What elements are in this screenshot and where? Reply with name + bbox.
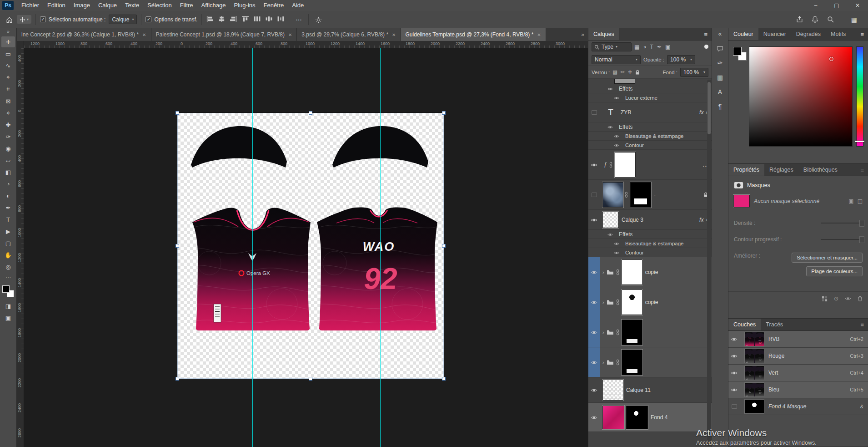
visibility-toggle[interactable]	[588, 102, 600, 122]
layer-row-6[interactable]: Contour	[588, 141, 712, 150]
blur-tool[interactable]: ◔	[1, 178, 15, 189]
layer-thumbnail[interactable]	[603, 212, 618, 228]
filter-toggle[interactable]	[704, 45, 708, 49]
tab-dégradés[interactable]: Dégradés	[791, 28, 826, 40]
layer-row-13[interactable]: ›copie	[588, 257, 712, 287]
visibility-toggle[interactable]	[588, 347, 600, 377]
filter-shape-layers-icon[interactable]: ✒	[657, 44, 662, 50]
panel-menu-icon[interactable]: ≡	[856, 319, 868, 330]
vertical-ruler[interactable]: 4002000200400600800100012001400160018002…	[17, 48, 24, 447]
channel-row-fond-4-masque[interactable]: Fond 4 Masque&	[728, 398, 868, 415]
eye-hidden-box[interactable]	[592, 193, 597, 197]
type-tool[interactable]: T	[1, 214, 15, 225]
close-tab-icon[interactable]: ✕	[288, 32, 292, 37]
layer-row-1[interactable]: Effets	[588, 84, 712, 93]
foreground-color-swatch[interactable]	[2, 285, 10, 293]
transform-handle[interactable]	[309, 377, 312, 381]
layer-thumbnail[interactable]	[622, 320, 642, 345]
layer-thumbnail[interactable]	[603, 406, 624, 429]
eye-icon[interactable]	[614, 142, 619, 148]
scrollbar-thumb[interactable]	[707, 82, 711, 134]
more-align-options-button[interactable]: ⋯	[293, 16, 304, 23]
eye-icon[interactable]	[591, 162, 597, 168]
visibility-toggle[interactable]	[588, 180, 600, 209]
menu-aide[interactable]: Aide	[288, 0, 308, 11]
menu-fentre[interactable]: Fenêtre	[260, 0, 288, 11]
layer-thumbnail[interactable]	[622, 350, 642, 375]
home-icon[interactable]	[4, 15, 15, 23]
visibility-toggle[interactable]	[728, 348, 740, 364]
layer-row-8[interactable]: -	[588, 180, 712, 210]
foreground-color-swatch[interactable]	[733, 47, 742, 56]
menu-slection[interactable]: Sélection	[143, 0, 176, 11]
visibility-toggle[interactable]	[588, 248, 600, 257]
canvas-area[interactable]: 1200100080060040020002004006008001000120…	[17, 41, 588, 447]
close-button[interactable]: ✕	[847, 0, 868, 11]
layer-row-2[interactable]: Lueur externe	[588, 93, 712, 102]
channel-thumbnail[interactable]	[745, 332, 764, 346]
move-tool[interactable]: ✛	[1, 36, 15, 47]
channel-thumbnail[interactable]	[745, 400, 764, 413]
channel-thumbnail[interactable]	[745, 349, 764, 363]
visibility-toggle[interactable]	[588, 403, 600, 432]
visibility-toggle[interactable]	[588, 141, 600, 149]
gear-icon[interactable]	[313, 15, 324, 23]
close-tab-icon[interactable]: ✕	[142, 32, 146, 37]
layer-row-12[interactable]: Contour	[588, 248, 712, 257]
visibility-toggle[interactable]	[588, 239, 600, 248]
layer-thumbnail[interactable]	[622, 260, 642, 284]
eye-icon[interactable]	[614, 133, 619, 139]
visibility-toggle[interactable]	[588, 84, 600, 93]
layer-row-5[interactable]: Biseautage & estampage	[588, 132, 712, 141]
horizontal-ruler[interactable]: 1200100080060040020002004006008001000120…	[24, 41, 588, 48]
color-range-button[interactable]: Plage de couleurs...	[806, 266, 863, 276]
visibility-toggle[interactable]	[588, 150, 600, 179]
filter-pixel-layers-icon[interactable]: ▦	[634, 44, 639, 50]
menu-filtre[interactable]: Filtre	[176, 0, 197, 11]
add-pixel-mask-icon[interactable]: ▣	[848, 198, 853, 204]
layer-row-7[interactable]: ƒ…	[588, 150, 712, 180]
align-right-icon[interactable]	[230, 15, 237, 24]
brush-tool[interactable]: ✑	[1, 131, 15, 142]
layer-row-15[interactable]: ›	[588, 317, 712, 347]
delete-mask-icon[interactable]	[858, 295, 863, 302]
panel-color-swatches[interactable]	[733, 47, 747, 61]
quick-mask-button[interactable]: ◨	[1, 300, 15, 311]
auto-select-target-dropdown[interactable]: Calque ▾	[109, 15, 137, 24]
transform-handle[interactable]	[442, 244, 446, 248]
distribute-left-icon[interactable]	[253, 15, 261, 24]
close-tab-icon[interactable]: ✕	[392, 32, 396, 37]
tab-propriétés[interactable]: Propriétés	[728, 164, 764, 176]
distribute-right-icon[interactable]	[277, 15, 285, 24]
minimize-button[interactable]: –	[805, 0, 826, 11]
layer-thumbnail[interactable]	[615, 152, 635, 177]
eraser-tool[interactable]: ▱	[1, 155, 15, 166]
eye-icon[interactable]	[607, 231, 613, 238]
channel-row-vert[interactable]: VertCtrl+4	[728, 365, 868, 381]
workspace-icon[interactable]: ▦	[851, 16, 857, 23]
collapse-toolbar-icon[interactable]: »	[7, 29, 10, 34]
eye-icon[interactable]	[591, 359, 597, 366]
layer-thumbnail[interactable]	[627, 406, 647, 429]
tab-nuancier[interactable]: Nuancier	[758, 28, 791, 40]
character-panel-icon[interactable]: A	[718, 88, 722, 96]
object-selection-tool[interactable]: ⌖	[1, 72, 15, 83]
menu-fichier[interactable]: Fichier	[17, 0, 43, 11]
add-vector-mask-icon[interactable]: ◫	[858, 198, 863, 204]
clone-stamp-tool[interactable]: ◉	[1, 143, 15, 154]
crop-tool[interactable]: ⌗	[1, 84, 15, 95]
eye-icon[interactable]	[591, 217, 597, 223]
share-icon[interactable]	[796, 16, 803, 23]
eye-icon[interactable]	[614, 240, 619, 247]
layer-row-9[interactable]: Calque 3fx∧	[588, 210, 712, 230]
filter-adjustment-layers-icon[interactable]: ◑	[643, 44, 646, 50]
eye-icon[interactable]	[591, 329, 597, 335]
color-swatches[interactable]	[2, 285, 14, 297]
visibility-toggle[interactable]	[588, 377, 600, 402]
menu-image[interactable]: Image	[70, 0, 94, 11]
comments-panel-icon[interactable]	[717, 45, 723, 52]
eye-icon[interactable]	[591, 414, 597, 421]
visibility-toggle[interactable]	[588, 210, 600, 229]
transform-controls-checkbox[interactable]: ✓	[146, 16, 151, 22]
maximize-button[interactable]: ▢	[826, 0, 847, 11]
